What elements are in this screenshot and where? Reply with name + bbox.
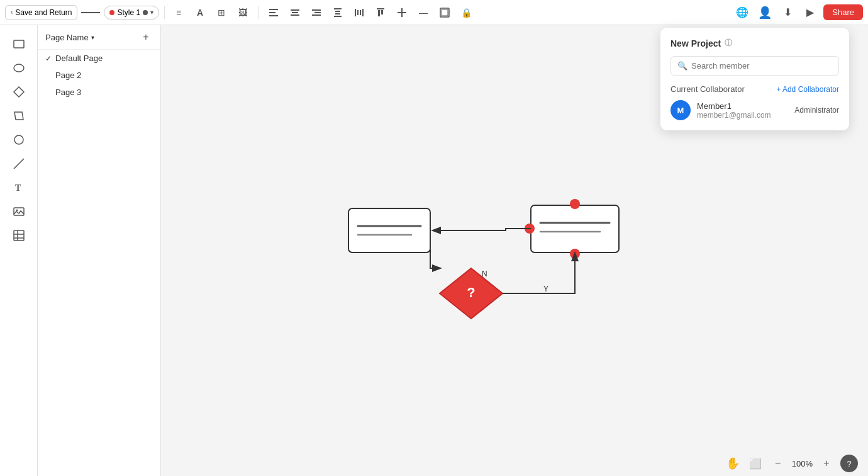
member-info: Member1 member1@gmail.com (697, 101, 771, 120)
svg-rect-1 (269, 12, 275, 13)
page-name-2: Page 2 (55, 71, 81, 80)
user-icon[interactable]: 👤 (755, 3, 774, 22)
fit-view-button[interactable]: ⬜ (747, 455, 764, 472)
toolbar-center: ≡ A ⊞ 🖼 — 🔒 (170, 4, 475, 21)
svg-rect-24 (14, 40, 24, 48)
toolbar-right: 🌐 👤 ⬇ ▶ Share (733, 3, 863, 22)
search-icon: 🔍 (677, 61, 687, 71)
table-tool[interactable] (8, 224, 30, 247)
globe-icon[interactable]: 🌐 (733, 3, 752, 22)
text-tool[interactable]: T (8, 176, 30, 199)
svg-rect-31 (14, 208, 24, 215)
page-item-3[interactable]: Page 3 (38, 84, 160, 101)
svg-point-28 (14, 135, 23, 144)
pages-title-label: Page Name (45, 33, 89, 42)
svg-point-25 (14, 64, 24, 72)
svg-text:T: T (15, 183, 21, 193)
bottom-bar: ✋ ⬜ − 100% + ? (161, 451, 868, 476)
align-top-icon[interactable] (372, 4, 389, 21)
pan-tool-button[interactable]: ✋ (724, 455, 742, 472)
distribute-v-icon[interactable] (329, 4, 347, 21)
image-icon[interactable]: 🖼 (234, 4, 252, 21)
align-bottom-icon[interactable] (393, 4, 411, 21)
page-item-2[interactable]: Page 2 (38, 67, 160, 84)
style-pill[interactable]: Style 1 ▾ (104, 6, 159, 20)
collab-title-text: New Project (670, 38, 721, 48)
parallelogram-tool[interactable] (8, 105, 30, 127)
member-email: member1@gmail.com (697, 111, 771, 120)
current-collaborator-label: Current Collaborator (670, 84, 745, 94)
minus-icon[interactable]: — (415, 4, 432, 21)
search-input-wrap[interactable]: 🔍 (670, 56, 839, 76)
align-center-icon[interactable] (286, 4, 304, 21)
flowchart: ? N Y (336, 171, 650, 331)
main-toolbar: ‹ Save and Return Style 1 ▾ ≡ A ⊞ 🖼 (0, 0, 868, 25)
text-icon[interactable]: A (191, 4, 209, 21)
svg-rect-23 (442, 9, 448, 16)
info-icon[interactable]: ⓘ (725, 38, 732, 48)
collab-panel-title: New Project ⓘ (670, 38, 839, 48)
svg-rect-6 (312, 9, 321, 11)
svg-rect-37 (348, 208, 430, 252)
page-item-default[interactable]: ✓ Default Page (38, 50, 160, 67)
svg-rect-8 (312, 14, 321, 16)
svg-rect-19 (381, 10, 383, 14)
circle-tool[interactable] (8, 128, 30, 151)
svg-text:?: ? (467, 285, 476, 300)
collab-header: Current Collaborator + Add Collaborator (670, 84, 839, 94)
svg-rect-11 (335, 13, 340, 14)
svg-rect-15 (360, 10, 361, 15)
crop-icon[interactable] (436, 4, 453, 21)
help-button[interactable]: ? (840, 455, 858, 472)
zoom-in-button[interactable]: + (818, 455, 835, 472)
svg-rect-40 (531, 205, 619, 252)
lock-icon[interactable]: 🔒 (457, 4, 475, 21)
svg-rect-14 (357, 10, 359, 15)
svg-rect-12 (334, 16, 342, 17)
play-icon[interactable]: ▶ (801, 3, 820, 22)
dot-right-icon (143, 10, 148, 15)
pages-title[interactable]: Page Name ▾ (45, 33, 94, 42)
save-return-button[interactable]: ‹ Save and Return (5, 5, 77, 20)
search-member-input[interactable] (691, 61, 832, 71)
align-right-icon[interactable] (308, 4, 325, 21)
chevron-left-icon: ‹ (11, 9, 13, 16)
page-name-default: Default Page (55, 54, 103, 63)
svg-line-29 (14, 159, 24, 169)
member-avatar: M (670, 100, 691, 120)
pages-header: Page Name ▾ + (38, 25, 160, 50)
list-icon[interactable]: ≡ (170, 4, 187, 21)
pages-title-chevron: ▾ (91, 34, 94, 41)
chevron-down-icon: ▾ (150, 9, 153, 16)
ellipse-tool[interactable] (8, 57, 30, 79)
page-name-3: Page 3 (55, 88, 81, 97)
svg-text:Y: Y (543, 285, 548, 293)
diamond-tool[interactable] (8, 81, 30, 103)
download-icon[interactable]: ⬇ (778, 3, 797, 22)
svg-rect-10 (335, 11, 340, 12)
align-left-icon[interactable] (265, 4, 282, 21)
shape-tools-panel: T (0, 25, 38, 476)
member-row: M Member1 member1@gmail.com Administrato… (670, 100, 839, 120)
zoom-out-button[interactable]: − (769, 455, 787, 472)
svg-rect-0 (269, 9, 278, 10)
check-icon: ✓ (45, 54, 52, 63)
svg-rect-3 (291, 9, 299, 11)
svg-rect-5 (291, 14, 299, 16)
add-collaborator-button[interactable]: + Add Collaborator (776, 85, 839, 94)
svg-rect-2 (269, 15, 278, 16)
distribute-h-icon[interactable] (350, 4, 368, 21)
svg-marker-27 (14, 112, 23, 120)
toolbar-divider-2 (258, 6, 259, 19)
member-name: Member1 (697, 101, 771, 111)
line-tool[interactable] (8, 152, 30, 175)
add-page-button[interactable]: + (139, 30, 153, 44)
share-button[interactable]: Share (823, 4, 863, 20)
svg-marker-26 (14, 87, 24, 97)
grid-icon[interactable]: ⊞ (213, 4, 230, 21)
image-tool[interactable] (8, 200, 30, 223)
svg-rect-16 (362, 9, 364, 16)
svg-rect-21 (398, 12, 406, 13)
toolbar-left: ‹ Save and Return Style 1 ▾ (5, 5, 159, 20)
rectangle-tool[interactable] (8, 33, 30, 55)
